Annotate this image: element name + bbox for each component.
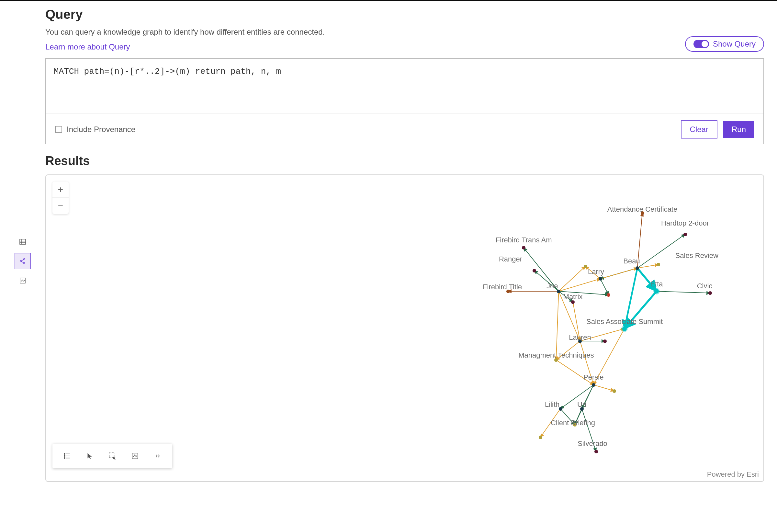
layout-tool-button[interactable] <box>124 446 146 466</box>
graph-node[interactable] <box>533 269 536 272</box>
table-view-button[interactable] <box>15 234 31 250</box>
svg-point-5 <box>24 259 25 260</box>
run-button[interactable]: Run <box>723 121 754 138</box>
page-subtitle: You can query a knowledge graph to ident… <box>45 27 685 36</box>
graph-view-button[interactable] <box>15 253 31 269</box>
svg-rect-52 <box>132 453 138 458</box>
graph-node-label: Client Briefing <box>551 419 595 427</box>
graph-node-label: Hardtop 2-door <box>661 219 709 228</box>
graph-node[interactable] <box>622 326 627 331</box>
graph-node[interactable] <box>607 293 610 297</box>
svg-line-37 <box>593 385 614 391</box>
svg-line-26 <box>600 279 608 295</box>
page-title: Query <box>45 7 685 22</box>
graph-node-label: Firebird Trans Am <box>496 236 552 244</box>
graph-node-label: Persie <box>583 373 603 382</box>
graph-node-label: Attendance Certificate <box>607 205 677 214</box>
clear-button[interactable]: Clear <box>681 120 717 138</box>
more-tools-button[interactable] <box>146 446 169 466</box>
checkbox-label: Include Provenance <box>67 125 135 134</box>
svg-point-6 <box>24 262 25 264</box>
show-query-toggle[interactable]: Show Query <box>685 36 764 52</box>
svg-line-7 <box>21 260 24 261</box>
graph-node-label: Lilith <box>545 400 559 409</box>
graph-node[interactable] <box>584 265 587 268</box>
card-view-button[interactable] <box>15 272 31 289</box>
toggle-label: Show Query <box>713 39 756 48</box>
graph-node-label: Un <box>577 400 586 409</box>
pointer-tool-button[interactable] <box>78 446 101 466</box>
graph-node[interactable] <box>708 291 712 295</box>
svg-rect-0 <box>20 239 25 244</box>
graph-node[interactable] <box>603 340 607 343</box>
graph-node-label: Lauren <box>569 333 591 342</box>
view-rail <box>0 7 45 482</box>
graph-node[interactable] <box>539 435 542 439</box>
graph-node[interactable] <box>657 263 660 266</box>
svg-line-31 <box>556 291 559 360</box>
svg-point-47 <box>64 455 65 456</box>
graph-node[interactable] <box>592 383 595 387</box>
graph-node-label: Etta <box>650 280 663 288</box>
svg-point-49 <box>64 457 65 458</box>
include-provenance-checkbox[interactable]: Include Provenance <box>55 125 135 134</box>
learn-more-link[interactable]: Learn more about Query <box>45 42 130 51</box>
graph-node-label: Joe <box>547 282 558 290</box>
svg-point-45 <box>64 453 65 454</box>
toggle-switch <box>693 40 709 48</box>
graph-node-label: Ranger <box>499 255 522 263</box>
graph-toolbar <box>52 444 172 468</box>
graph-node-label: Civic <box>697 282 712 290</box>
graph-node-label: Firebird Title <box>483 283 522 291</box>
svg-line-15 <box>657 291 710 293</box>
svg-line-25 <box>600 268 637 279</box>
graph-node-label: Managment Techniques <box>518 351 594 360</box>
graph-canvas[interactable]: Attendance CertificateHardtop 2-doorFire… <box>46 175 763 481</box>
checkbox-icon <box>55 126 62 133</box>
graph-node[interactable] <box>598 277 602 281</box>
query-textarea[interactable] <box>46 59 763 114</box>
graph-node[interactable] <box>594 450 598 453</box>
results-panel: + − Attendance CertificateHardtop 2-door… <box>45 174 764 482</box>
graph-node-label: Larry <box>588 268 604 276</box>
graph-node-label: Sales Review <box>675 251 718 260</box>
graph-node-label: Sales Associate Summit <box>586 317 663 326</box>
results-title: Results <box>45 154 764 168</box>
graph-node-label: Beau <box>623 257 640 265</box>
query-box: Include Provenance Clear Run <box>45 58 764 144</box>
graph-node-label: Silverado <box>578 439 607 448</box>
graph-node[interactable] <box>683 233 687 236</box>
attribution: Powered by Esri <box>707 470 759 479</box>
graph-node[interactable] <box>613 389 616 393</box>
svg-line-12 <box>638 265 659 268</box>
svg-line-8 <box>21 261 24 263</box>
graph-node[interactable] <box>654 289 659 293</box>
legend-button[interactable] <box>56 446 78 466</box>
svg-point-4 <box>20 261 21 262</box>
select-tool-button[interactable] <box>101 446 124 466</box>
graph-node-label: Matrix <box>563 292 583 301</box>
